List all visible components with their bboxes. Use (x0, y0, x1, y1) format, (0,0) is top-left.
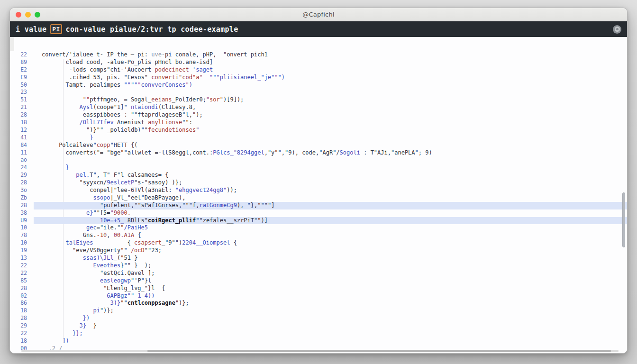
line-number: E9 (10, 74, 34, 82)
code-line[interactable]: E9.cihed 53, pis. "Eesos" converti"cod"a… (10, 74, 627, 82)
command-bar-right-text: con-value pialue/2:tvr tp codee-example (66, 25, 238, 34)
window-title: @Capfichl (10, 11, 627, 18)
command-bar-left-text: i value (16, 25, 46, 34)
code-line[interactable]: 13ssas)\JLl_("51 } (10, 255, 627, 262)
code-text: 10e=+5_ 8DlLs"coiRgect_pllif""zefales__s… (34, 217, 627, 225)
code-line[interactable]: U910e=+5_ 8DlLs"coiRgect_pllif""zefales_… (10, 217, 627, 225)
code-line[interactable]: 293} } (10, 322, 627, 330)
line-number: Zb (10, 194, 34, 202)
code-line[interactable]: 12")}"" _polieldb)""fecundetionses" (10, 127, 627, 134)
code-text: cload cood, -alue-Po_plis pHncl bo.ane-i… (34, 59, 627, 66)
code-lines: 22convert/'ialuee t- IP the — pi: uve-pi… (10, 51, 627, 353)
line-number: 24 (10, 164, 34, 172)
target-icon-dot (616, 28, 619, 30)
code-text: -lods comps"chi-'Aucoert podecinect 'sag… (34, 66, 627, 74)
line-number: 51 (10, 96, 34, 104)
line-number: 02 (10, 292, 34, 300)
code-line[interactable]: 18pi")}; (10, 307, 627, 315)
line-number: 29 (10, 172, 34, 179)
code-line[interactable]: 41} (10, 134, 627, 142)
code-line[interactable]: 21Aysl(coope"1]" ntaiondi(ClILesy.8, (10, 104, 627, 111)
code-line[interactable]: 23 (10, 89, 627, 96)
code-text: ]) (34, 337, 627, 345)
code-line[interactable]: 10talEiyes { csapsert_"9"")2204__Oiompse… (10, 239, 627, 247)
code-line[interactable]: 22convert/'ialuee t- IP the — pi: uve-pi… (10, 51, 627, 59)
code-line[interactable]: 18/OllL7Ifev Aneniust anylLionse"": (10, 119, 627, 127)
line-number: 22 (10, 262, 34, 270)
line-number: 21 (10, 104, 34, 111)
code-text: }}; (34, 330, 627, 337)
line-number: 10 (10, 239, 34, 247)
code-line[interactable]: 29pel.T", T"_F"l_calsamees= { (10, 172, 627, 179)
code-line[interactable]: 24} (10, 164, 627, 172)
code-text: } (34, 164, 627, 172)
code-line[interactable]: 18]) (10, 337, 627, 345)
line-number: U9 (10, 217, 34, 225)
line-number: 84 (10, 142, 34, 149)
code-line[interactable]: 28easspibboes : ""ftaprdlageseB"l,"); (10, 111, 627, 119)
code-line[interactable]: 863)}""cntlconppsagne")}; (10, 300, 627, 307)
line-number: 78 (10, 232, 34, 239)
code-line[interactable]: 026APBgz"" 1 4)) (10, 292, 627, 300)
code-text (34, 156, 627, 164)
line-number: 23 (10, 89, 34, 96)
code-line[interactable]: E2-lods comps"chi-'Aucoert podecinect 's… (10, 66, 627, 74)
code-text: pel.T", T"_F"l_calsamees= { (34, 172, 627, 179)
line-number: 28 (10, 315, 34, 322)
line-number: 18 (10, 337, 34, 345)
code-line[interactable]: 78Gns.-10, 00.A1A { (10, 232, 627, 239)
line-number: 13 (10, 255, 34, 262)
code-text: easspibboes : ""ftaprdlageseB"l,"); (34, 111, 627, 119)
code-line[interactable]: 84Polcaileve"copp"HETT {( (10, 142, 627, 149)
code-line[interactable]: 19"eve/VS0ggerty"" /ocD""23; (10, 247, 627, 255)
line-number: 89 (10, 59, 34, 66)
vertical-scrollbar-thumb[interactable] (622, 192, 625, 247)
code-line[interactable]: 51""ptffmgeo, = Sogal_eeians_PolIder0;"s… (10, 96, 627, 104)
target-icon[interactable] (613, 25, 621, 34)
line-number: 28 (10, 202, 34, 209)
code-text: Gns.-10, 00.A1A { (34, 232, 627, 239)
code-text: "Elenlg_lvg_"}l { (34, 285, 627, 292)
code-text: ""ptffmgeo, = Sogal_eeians_PolIder0;"sor… (34, 96, 627, 104)
line-number: 85 (10, 277, 34, 285)
code-text: }) (34, 315, 627, 322)
code-text: ssopo|_Vl_"eel"DeaBPayage), (34, 194, 627, 202)
target-icon-ring (615, 27, 620, 32)
code-line[interactable]: 28"Elenlg_lvg_"}l { (10, 285, 627, 292)
code-line[interactable]: 28}) (10, 315, 627, 322)
titlebar[interactable]: @Capfichl (10, 8, 627, 21)
line-number: 22 (10, 270, 34, 277)
line-number: 28 (10, 179, 34, 187)
editor-window: @Capfichl i value PI con-value pialue/2:… (9, 8, 628, 354)
code-text: easleogwp"'P"}l (34, 277, 627, 285)
line-number: 18 (10, 307, 34, 315)
code-line[interactable]: 10gec="ile.""/PaiHe5 (10, 224, 627, 232)
code-line[interactable]: 89cload cood, -alue-Po_plis pHncl bo.ane… (10, 59, 627, 66)
code-line[interactable]: 11converts("= "bge""allwlet =-llS8eggl,c… (10, 149, 627, 157)
code-text (34, 89, 627, 96)
line-number: 12 (10, 127, 34, 134)
code-line[interactable]: 22Eveothes}"" } ); (10, 262, 627, 270)
line-number: ao (10, 156, 34, 164)
code-line[interactable]: 22"estQci.Qavel ]; (10, 270, 627, 277)
code-line[interactable]: 28"syyxcn/9eslcetP"s-"sasoy) )}; (10, 179, 627, 187)
command-bar[interactable]: i value PI con-value pialue/2:tvr tp cod… (10, 21, 627, 37)
horizontal-scrollbar-thumb[interactable] (147, 350, 611, 352)
line-number: 41 (10, 134, 34, 142)
code-line[interactable]: 38e}""[5="9000. (10, 209, 627, 217)
pi-language-icon: PI (50, 24, 62, 34)
line-number: 28 (10, 111, 34, 119)
code-text: "eve/VS0ggerty"" /ocD""23; (34, 247, 627, 255)
code-line[interactable]: 85easleogwp"'P"}l (10, 277, 627, 285)
code-editor[interactable]: 22convert/'ialuee t- IP the — pi: uve-pi… (10, 37, 627, 354)
code-line[interactable]: 22}}; (10, 330, 627, 337)
line-number: 3o (10, 187, 34, 194)
code-line[interactable]: Zbssopo|_Vl_"eel"DeaBPayage), (10, 194, 627, 202)
code-text: converts("= "bge""allwlet =-llS8eggl,con… (34, 149, 627, 157)
code-line[interactable]: ao (10, 156, 627, 164)
code-text: "pufelent,""sPafIGnrses,"""f,raIGonmeCg9… (34, 202, 627, 209)
code-line[interactable]: 50Tampt. pealimpes """""convverConses") (10, 82, 627, 89)
code-text: Polcaileve"copp"HETT {( (34, 142, 627, 149)
code-line[interactable]: 3oconpel|"lee-6TVl(a3naEl: "ehggvect24gg… (10, 187, 627, 194)
code-line[interactable]: 28"pufelent,""sPafIGnrses,"""f,raIGonmeC… (10, 202, 627, 209)
